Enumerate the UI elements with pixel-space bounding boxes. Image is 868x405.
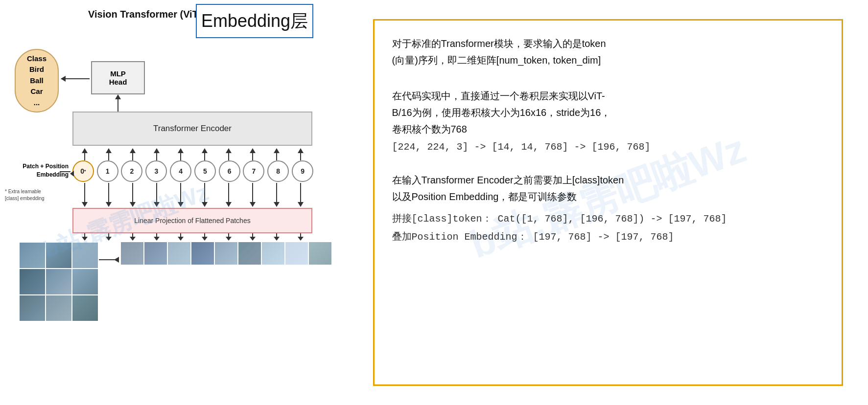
token-1: 1 <box>97 160 118 182</box>
patch-position-label: Patch + PositionEmbedding <box>5 162 69 179</box>
img-patch-8 <box>46 295 71 321</box>
down-arrow-6 <box>228 233 229 240</box>
transformer-encoder-label: Transformer Encoder <box>153 124 232 134</box>
linear-arrows-group <box>72 183 312 208</box>
extra-learnable-label: * Extra learnable[class] embedding <box>5 188 45 202</box>
info-code-3: 叠加Position Embedding： [197, 768] -> [197… <box>392 230 824 243</box>
transformer-encoder-box: Transformer Encoder <box>72 112 312 146</box>
arrow-head-left <box>61 76 66 82</box>
mlp-head-label2: Head <box>109 78 127 86</box>
token-arrow-3 <box>156 149 157 160</box>
info-section-1: 对于标准的Transformer模块，要求输入的是token (向量)序列，即二… <box>392 35 824 68</box>
token-arrow-7 <box>252 149 253 160</box>
arrow-head-up <box>115 94 121 99</box>
patch-strip-5 <box>215 242 237 265</box>
patch-strip-3 <box>168 242 190 265</box>
original-image-grid <box>20 243 98 321</box>
linear-arrow-5 <box>204 183 205 206</box>
linear-arrow-4 <box>180 183 181 206</box>
token-8: 8 <box>267 160 289 182</box>
down-arrow-5 <box>204 233 205 240</box>
img-patch-3 <box>72 243 98 268</box>
token-arrow-8 <box>276 149 277 160</box>
arrow-mlp-to-transformer <box>117 95 118 112</box>
img-patch-4 <box>20 269 45 294</box>
vit-title: Vision Transformer (ViT) <box>88 9 202 20</box>
token-arrow-1 <box>108 149 109 160</box>
arrow-to-token <box>70 171 74 177</box>
info-code-2: 拼接[class]token： Cat([1, 768], [196, 768]… <box>392 212 824 225</box>
down-arrow-1 <box>108 233 109 240</box>
embedding-title-box: Embedding层 <box>196 4 313 38</box>
patch-strip-4 <box>191 242 214 265</box>
divider-1 <box>392 82 824 83</box>
linear-arrow-0 <box>84 183 85 206</box>
token-5: 5 <box>194 160 216 182</box>
info-text-1: 对于标准的Transformer模块，要求输入的是token (向量)序列，即二… <box>392 35 824 68</box>
img-arrow-head <box>114 257 119 263</box>
img-patch-9 <box>72 295 98 321</box>
info-code-1: [224, 224, 3] -> [14, 14, 768] -> [196, … <box>392 141 824 153</box>
img-patch-7 <box>20 295 45 321</box>
down-arrow-7 <box>252 233 253 240</box>
right-panel: b站:霹雳吧啦Wz 对于标准的Transformer模块，要求输入的是token… <box>352 0 868 405</box>
token-arrow-5 <box>204 149 205 160</box>
img-patch-6 <box>72 269 98 294</box>
patch-strip <box>121 242 331 265</box>
linear-arrow-6 <box>228 183 229 206</box>
class-car: Car <box>30 86 43 97</box>
patch-label-text: Patch + PositionEmbedding <box>23 163 69 178</box>
divider-2 <box>392 166 824 167</box>
token-7: 7 <box>243 160 264 182</box>
down-arrow-2 <box>132 233 133 240</box>
patch-strip-7 <box>262 242 284 265</box>
class-box: Class Bird Ball Car ... <box>15 49 59 112</box>
page-container: Vision Transformer (ViT) Embedding层 Clas… <box>0 0 868 405</box>
token-arrows-group <box>72 147 312 160</box>
token-arrow-9 <box>300 149 301 160</box>
linear-projection-box: Linear Projection of Flattened Patches <box>72 208 312 233</box>
linear-arrow-1 <box>108 183 109 206</box>
linear-projection-label: Linear Projection of Flattened Patches <box>134 217 250 225</box>
token-4: 4 <box>170 160 191 182</box>
patch-strip-9 <box>309 242 331 265</box>
down-arrow-4 <box>180 233 181 240</box>
info-box: b站:霹雳吧啦Wz 对于标准的Transformer模块，要求输入的是token… <box>373 19 843 386</box>
patch-strip-1 <box>121 242 143 265</box>
img-patch-5 <box>46 269 71 294</box>
mlp-head-box: MLP Head <box>91 61 145 94</box>
token-0: 0* <box>72 160 94 182</box>
class-bird: Bird <box>29 64 44 75</box>
class-label: Class <box>27 53 47 65</box>
arrow-mlp-to-class <box>61 78 90 79</box>
down-arrows-to-patches <box>72 233 312 241</box>
linear-arrow-3 <box>156 183 157 206</box>
patch-strip-6 <box>238 242 261 265</box>
linear-arrow-2 <box>132 183 133 206</box>
token-arrow-2 <box>132 149 133 160</box>
down-arrow-3 <box>156 233 157 240</box>
img-patch-2 <box>46 243 71 268</box>
token-arrow-6 <box>228 149 229 160</box>
patch-arrow-line <box>60 171 70 172</box>
linear-arrow-7 <box>252 183 253 206</box>
token-arrow-4 <box>180 149 181 160</box>
token-2: 2 <box>121 160 142 182</box>
tokens-row: 0* 1 2 3 4 5 6 7 8 9 <box>71 160 315 182</box>
img-patch-1 <box>20 243 45 268</box>
info-section-3: 在输入Transformer Encoder之前需要加上[class]token… <box>392 172 824 243</box>
mlp-head-label: MLP <box>110 69 126 78</box>
down-arrow-8 <box>276 233 277 240</box>
down-arrow-0 <box>84 233 85 240</box>
info-text-3: 在输入Transformer Encoder之前需要加上[class]token… <box>392 172 824 205</box>
info-text-2: 在代码实现中，直接通过一个卷积层来实现以ViT- B/16为例，使用卷积核大小为… <box>392 88 824 137</box>
token-6: 6 <box>219 160 240 182</box>
linear-arrow-9 <box>300 183 301 206</box>
patch-strip-8 <box>285 242 308 265</box>
token-arrow-0 <box>84 149 85 160</box>
left-panel: Vision Transformer (ViT) Embedding层 Clas… <box>0 0 352 405</box>
class-ball: Ball <box>30 75 44 87</box>
token-3: 3 <box>145 160 167 182</box>
img-to-patches-arrow <box>99 259 118 260</box>
token-9: 9 <box>292 160 313 182</box>
